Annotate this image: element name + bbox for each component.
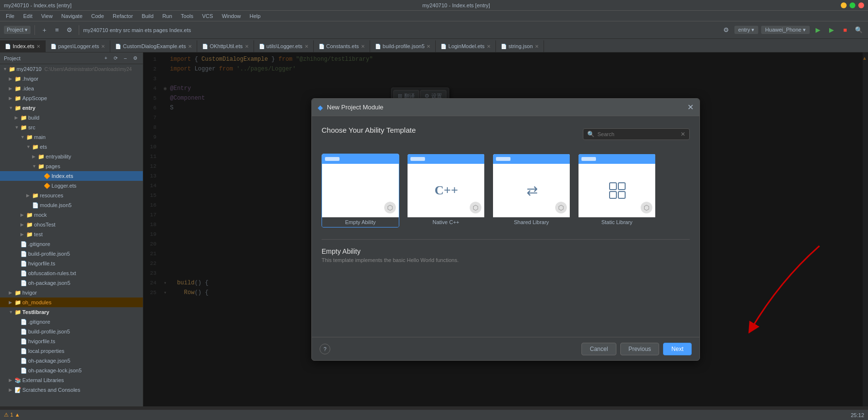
search-clear-button[interactable]: ✕ [681,131,685,138]
tree-item-index-ets[interactable]: 🔶 Index.ets [0,171,143,181]
tree-item-appscope[interactable]: ▶ 📁 AppScope [0,93,143,103]
tree-item-gitignore[interactable]: 📄 .gitignore [0,239,143,249]
tab-constants[interactable]: 📄 Constants.ets ✕ [314,40,370,52]
tree-item-tl-local-properties[interactable]: 📄 local.properties [0,346,143,356]
tree-label-logger-ets: Logger.ets [51,183,76,189]
menu-view[interactable]: View [37,12,57,20]
template-search-input[interactable] [597,131,678,137]
menu-help[interactable]: Help [246,12,265,20]
toolbar-debug-button[interactable]: ▶ [826,25,837,35]
next-button[interactable]: Next [663,343,692,355]
tree-item-logger-ets[interactable]: 🔶 Logger.ets [0,181,143,191]
tree-item-tl-build-profile[interactable]: 📄 build-profile.json5 [0,327,143,336]
tab-close-okhttp[interactable]: ✕ [245,44,249,49]
menu-build[interactable]: Build [138,12,157,20]
sidebar-collapse-btn[interactable]: – [121,54,129,62]
tree-item-mock[interactable]: ▶ 📁 mock [0,210,143,220]
menu-window[interactable]: Window [218,12,245,20]
tree-item-pages[interactable]: ▼ 📁 pages [0,161,143,171]
tree-arrow-idea: ▶ [9,86,14,91]
tab-close-constants[interactable]: ✕ [361,44,365,49]
editor-area[interactable]: 1 import { CustomDialogExample } from "@… [143,52,868,406]
tree-item-obfuscation[interactable]: 📄 obfuscation-rules.txt [0,268,143,278]
toolbar-list-button[interactable]: ≡ [51,25,62,35]
toolbar-add-button[interactable]: ＋ [39,25,50,35]
toolbar-run-button[interactable]: ▶ [813,25,823,35]
tree-item-hvigor-root[interactable]: ▶ 📁 hvigor [0,288,143,298]
tree-item-tl-hvigorfile[interactable]: 📄 hvigorfile.ts [0,336,143,346]
tab-build-profile[interactable]: 📄 build-profile.json5 ✕ [370,40,436,52]
tree-item-module-json5[interactable]: 📄 module.json5 [0,200,143,210]
tree-item-entry[interactable]: ▼ 📁 entry [0,103,143,113]
tab-okhttp[interactable]: 📄 OKhttpUtil.ets ✕ [197,40,254,52]
branch-selector[interactable]: entry ▾ [734,26,759,34]
tab-custom-dialog[interactable]: 📄 CustomDialogExample.ets ✕ [110,40,197,52]
tree-item-tl-oh-package-lock[interactable]: 📄 oh-package-lock.json5 [0,366,143,375]
tab-utils-logger[interactable]: 📄 utils\Logger.ets ✕ [254,40,314,52]
tree-item-main[interactable]: ▼ 📁 main [0,132,143,142]
tree-item-test[interactable]: ▶ 📁 test [0,229,143,239]
menu-run[interactable]: Run [158,12,176,20]
tree-item-scratches[interactable]: ▶ 📝 Scratches and Consoles [0,385,143,395]
menu-refactor[interactable]: Refactor [109,12,137,20]
warning-status[interactable]: ⚠ 1 ▲ [4,412,20,418]
cursor-position: 25:12 [851,412,864,418]
tree-item-root[interactable]: ▼ 📁 my240710 C:\Users\Administrator\Down… [0,64,143,74]
tab-close-pages-logger[interactable]: ✕ [101,44,105,49]
tree-item-idea[interactable]: ▶ 📁 .idea [0,84,143,93]
template-card-native-cpp[interactable]: C++ ⬡ Native C++ [407,154,485,228]
template-card-empty-ability[interactable]: ⬡ Empty Ability [322,154,399,228]
tab-close-utils-logger[interactable]: ✕ [305,44,308,49]
minimize-button[interactable] [841,2,847,8]
cancel-button[interactable]: Cancel [581,343,616,355]
tree-item-hvigorfile[interactable]: 📄 hvigorfile.ts [0,259,143,268]
tree-item-tl-oh-package[interactable]: 📄 oh-package.json5 [0,356,143,366]
tree-item-external-libraries[interactable]: ▶ 📚 External Libraries [0,375,143,385]
tab-close-index[interactable]: ✕ [36,44,40,49]
device-selector[interactable]: Huawei_Phone ▾ [761,26,810,34]
tab-login-model[interactable]: 📄 LoginModel.ets ✕ [436,40,496,52]
tree-item-build-profile[interactable]: 📄 build-profile.json5 [0,249,143,259]
toolbar-config-button[interactable]: ⚙ [64,25,75,35]
toolbar-stop-button[interactable]: ■ [840,25,851,35]
close-button[interactable] [858,2,864,8]
tree-label-gitignore: .gitignore [28,241,50,247]
sidebar-add-btn[interactable]: + [102,54,110,62]
tab-pages-logger[interactable]: 📄 pages\Logger.ets ✕ [46,40,110,52]
tree-arrow-appscope: ▶ [9,96,14,101]
menu-navigate[interactable]: Navigate [57,12,86,20]
menu-code[interactable]: Code [87,12,108,20]
tree-item-hvigor[interactable]: ▶ 📁 .hvigor [0,74,143,84]
toolbar-search-button[interactable]: 🔍 [853,25,864,35]
tab-close-string-json[interactable]: ✕ [535,44,539,49]
help-button[interactable]: ? [320,344,330,354]
tree-item-resources[interactable]: ▶ 📁 resources [0,191,143,200]
menu-tools[interactable]: Tools [177,12,197,20]
tree-item-ets[interactable]: ▼ 📁 ets [0,142,143,152]
tree-item-testlibrary[interactable]: ▼ 📁 Testlibrary [0,307,143,317]
template-card-static-library[interactable]: ⬡ Static Library [578,154,656,228]
tree-item-tl-gitignore[interactable]: 📄 .gitignore [0,317,143,327]
tree-item-ohostest[interactable]: ▶ 📁 ohosTest [0,220,143,229]
menu-edit[interactable]: Edit [19,12,36,20]
tab-close-login-model[interactable]: ✕ [487,44,491,49]
modal-close-button[interactable]: ✕ [687,103,694,112]
tab-close-custom-dialog[interactable]: ✕ [188,44,192,49]
menu-file[interactable]: File [2,12,18,20]
tree-item-oh-package[interactable]: 📄 oh-package.json5 [0,278,143,288]
previous-button[interactable]: Previous [620,343,660,355]
template-card-shared-library[interactable]: ⇄ ⬡ Shared Library [493,154,570,228]
tree-item-src[interactable]: ▼ 📁 src [0,122,143,132]
tab-close-build-profile[interactable]: ✕ [426,44,430,49]
project-dropdown[interactable]: Project ▾ [4,26,31,34]
sidebar-settings-btn[interactable]: ⚙ [131,54,139,62]
tree-item-build[interactable]: ▶ 📁 build [0,113,143,122]
tree-item-entryability[interactable]: ▶ 📁 entryability [0,152,143,161]
maximize-button[interactable] [850,2,855,8]
tab-index-ets[interactable]: 📄 Index.ets ✕ [0,40,46,52]
toolbar-settings-button[interactable]: ⚙ [721,25,732,35]
tab-string-json[interactable]: 📄 string.json ✕ [496,40,544,52]
menu-vcs[interactable]: VCS [198,12,217,20]
tree-item-oh-modules[interactable]: ▶ 📁 oh_modules [0,298,143,307]
sidebar-sync-btn[interactable]: ⟳ [112,54,119,62]
